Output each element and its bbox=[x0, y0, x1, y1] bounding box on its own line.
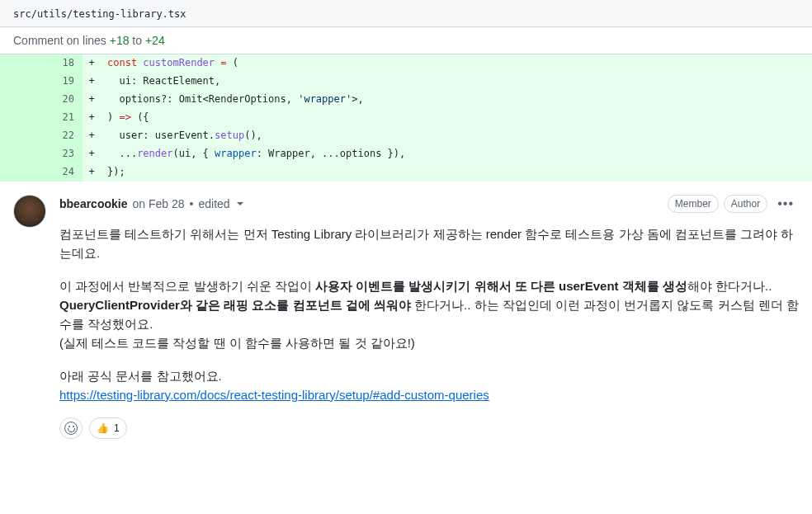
line-number[interactable]: 23 bbox=[41, 145, 83, 163]
reactions-bar: 👍 1 bbox=[59, 417, 799, 439]
add-reaction-button[interactable] bbox=[59, 417, 83, 439]
range-from: +18 bbox=[110, 34, 130, 47]
diff-marker: + bbox=[83, 73, 101, 91]
review-comment: bbearcookie on Feb 28 • edited Member Au… bbox=[0, 182, 812, 452]
thumbs-up-icon: 👍 bbox=[97, 422, 109, 434]
code-line: 24+}); bbox=[0, 163, 812, 182]
diff-marker: + bbox=[83, 91, 101, 109]
timestamp[interactable]: on Feb 28 bbox=[132, 197, 184, 210]
comment-paragraph: 이 과정에서 반복적으로 발생하기 쉬운 작업이 사용자 이벤트를 발생시키기 … bbox=[59, 276, 799, 353]
thumbs-up-reaction[interactable]: 👍 1 bbox=[89, 417, 127, 439]
kebab-menu-icon[interactable]: ••• bbox=[772, 196, 799, 211]
code-content: ui: ReactElement, bbox=[101, 73, 220, 91]
code-content: options?: Omit<RenderOptions, 'wrapper'>… bbox=[101, 91, 364, 109]
diff-marker: + bbox=[83, 127, 101, 145]
line-number[interactable]: 20 bbox=[41, 91, 83, 109]
file-header: src/utils/testing-library.tsx bbox=[0, 0, 812, 27]
avatar[interactable] bbox=[13, 195, 46, 228]
line-number[interactable]: 22 bbox=[41, 127, 83, 145]
code-content: }); bbox=[101, 163, 125, 182]
code-line: 21+) => ({ bbox=[0, 109, 812, 127]
code-line: 23+ ...render(ui, { wrapper: Wrapper, ..… bbox=[0, 145, 812, 163]
diff-marker: + bbox=[83, 54, 101, 73]
code-line: 18+const customRender = ( bbox=[0, 54, 812, 73]
comment-paragraph: 아래 공식 문서를 참고했어요. https://testing-library… bbox=[59, 366, 799, 405]
code-content: const customRender = ( bbox=[101, 54, 238, 73]
author-link[interactable]: bbearcookie bbox=[59, 197, 127, 210]
file-path[interactable]: src/utils/testing-library.tsx bbox=[13, 8, 186, 20]
diff-marker: + bbox=[83, 109, 101, 127]
line-number[interactable]: 18 bbox=[41, 54, 83, 73]
code-line: 19+ ui: ReactElement, bbox=[0, 73, 812, 91]
code-content: ) => ({ bbox=[101, 109, 149, 127]
chevron-down-icon[interactable] bbox=[237, 202, 243, 205]
smiley-icon bbox=[64, 422, 78, 435]
code-line: 22+ user: userEvent.setup(), bbox=[0, 127, 812, 145]
comment-line-range: Comment on lines +18 to +24 bbox=[0, 27, 812, 54]
line-number[interactable]: 21 bbox=[41, 109, 83, 127]
reaction-count: 1 bbox=[114, 422, 120, 434]
code-content: ...render(ui, { wrapper: Wrapper, ...opt… bbox=[101, 145, 405, 163]
diff-marker: + bbox=[83, 145, 101, 163]
code-content: user: userEvent.setup(), bbox=[101, 127, 262, 145]
comment-text: 컴포넌트를 테스트하기 위해서는 먼저 Testing Library 라이브러… bbox=[59, 224, 799, 404]
line-number[interactable]: 24 bbox=[41, 163, 83, 182]
comment-header: bbearcookie on Feb 28 • edited Member Au… bbox=[59, 195, 799, 213]
code-diff-block: 18+const customRender = (19+ ui: ReactEl… bbox=[0, 54, 812, 182]
member-badge: Member bbox=[668, 195, 719, 213]
code-line: 20+ options?: Omit<RenderOptions, 'wrapp… bbox=[0, 91, 812, 109]
doc-link[interactable]: https://testing-library.com/docs/react-t… bbox=[59, 388, 489, 402]
line-number[interactable]: 19 bbox=[41, 73, 83, 91]
range-to: +24 bbox=[145, 34, 165, 47]
diff-marker: + bbox=[83, 163, 101, 182]
edited-label[interactable]: edited bbox=[198, 197, 229, 210]
comment-paragraph: 컴포넌트를 테스트하기 위해서는 먼저 Testing Library 라이브러… bbox=[59, 224, 799, 263]
author-badge: Author bbox=[724, 195, 767, 213]
